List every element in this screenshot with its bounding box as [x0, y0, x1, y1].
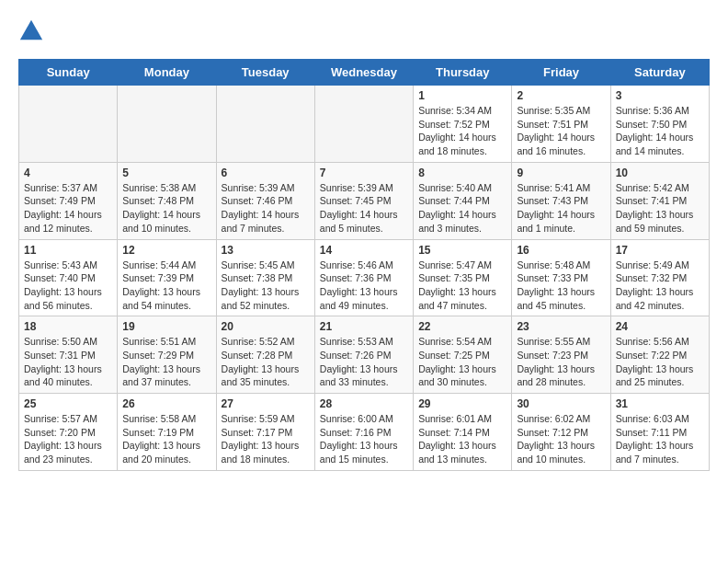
logo: [18, 18, 48, 44]
day-info: Sunrise: 5:40 AM Sunset: 7:44 PM Dayligh…: [418, 181, 506, 236]
day-number: 20: [222, 320, 310, 333]
calendar-cell: 31Sunrise: 6:03 AM Sunset: 7:11 PM Dayli…: [610, 394, 709, 471]
day-info: Sunrise: 5:44 AM Sunset: 7:39 PM Dayligh…: [122, 259, 210, 313]
calendar-cell: 2Sunrise: 5:35 AM Sunset: 7:51 PM Daylig…: [512, 86, 610, 163]
day-number: 19: [122, 320, 210, 333]
calendar-cell: 20Sunrise: 5:52 AM Sunset: 7:28 PM Dayli…: [216, 316, 314, 394]
calendar-cell: 28Sunrise: 6:00 AM Sunset: 7:16 PM Dayli…: [314, 394, 413, 471]
day-info: Sunrise: 5:34 AM Sunset: 7:52 PM Dayligh…: [418, 104, 506, 158]
day-number: 21: [320, 320, 408, 333]
day-info: Sunrise: 5:39 AM Sunset: 7:45 PM Dayligh…: [320, 181, 408, 236]
day-number: 28: [320, 397, 408, 410]
calendar-cell: 22Sunrise: 5:54 AM Sunset: 7:25 PM Dayli…: [414, 316, 512, 394]
week-row-3: 11Sunrise: 5:43 AM Sunset: 7:40 PM Dayli…: [19, 239, 710, 316]
day-info: Sunrise: 5:55 AM Sunset: 7:23 PM Dayligh…: [517, 335, 605, 389]
calendar-cell: [216, 86, 314, 163]
day-number: 17: [616, 244, 704, 257]
day-number: 18: [24, 320, 112, 333]
day-number: 27: [222, 397, 310, 410]
day-number: 9: [517, 167, 605, 179]
logo-icon: [18, 18, 44, 44]
week-row-2: 4Sunrise: 5:37 AM Sunset: 7:49 PM Daylig…: [19, 162, 710, 239]
calendar-cell: 4Sunrise: 5:37 AM Sunset: 7:49 PM Daylig…: [19, 162, 118, 239]
week-row-4: 18Sunrise: 5:50 AM Sunset: 7:31 PM Dayli…: [19, 316, 710, 394]
column-header-friday: Friday: [512, 60, 610, 86]
column-header-thursday: Thursday: [414, 60, 512, 86]
day-info: Sunrise: 6:03 AM Sunset: 7:11 PM Dayligh…: [616, 412, 704, 466]
day-info: Sunrise: 6:01 AM Sunset: 7:14 PM Dayligh…: [418, 412, 506, 466]
day-number: 10: [616, 167, 704, 179]
calendar-cell: 27Sunrise: 5:59 AM Sunset: 7:17 PM Dayli…: [216, 394, 314, 471]
column-header-saturday: Saturday: [610, 60, 709, 86]
day-info: Sunrise: 5:35 AM Sunset: 7:51 PM Dayligh…: [517, 104, 605, 158]
calendar-body: 1Sunrise: 5:34 AM Sunset: 7:52 PM Daylig…: [19, 86, 710, 471]
calendar-cell: 14Sunrise: 5:46 AM Sunset: 7:36 PM Dayli…: [314, 239, 413, 316]
day-number: 13: [222, 244, 310, 257]
day-info: Sunrise: 5:45 AM Sunset: 7:38 PM Dayligh…: [222, 259, 310, 313]
calendar-cell: 16Sunrise: 5:48 AM Sunset: 7:33 PM Dayli…: [512, 239, 610, 316]
calendar-cell: 5Sunrise: 5:38 AM Sunset: 7:48 PM Daylig…: [118, 162, 216, 239]
column-header-tuesday: Tuesday: [216, 60, 314, 86]
day-info: Sunrise: 5:39 AM Sunset: 7:46 PM Dayligh…: [222, 181, 310, 236]
calendar-cell: 6Sunrise: 5:39 AM Sunset: 7:46 PM Daylig…: [216, 162, 314, 239]
calendar-cell: 30Sunrise: 6:02 AM Sunset: 7:12 PM Dayli…: [512, 394, 610, 471]
week-row-5: 25Sunrise: 5:57 AM Sunset: 7:20 PM Dayli…: [19, 394, 710, 471]
day-number: 11: [24, 244, 112, 257]
calendar-table: SundayMondayTuesdayWednesdayThursdayFrid…: [18, 59, 710, 471]
day-number: 12: [122, 244, 210, 257]
day-number: 1: [418, 89, 506, 102]
page-header: [18, 18, 710, 44]
calendar-cell: 29Sunrise: 6:01 AM Sunset: 7:14 PM Dayli…: [414, 394, 512, 471]
calendar-cell: 18Sunrise: 5:50 AM Sunset: 7:31 PM Dayli…: [19, 316, 118, 394]
day-number: 16: [517, 244, 605, 257]
day-info: Sunrise: 5:48 AM Sunset: 7:33 PM Dayligh…: [517, 259, 605, 313]
column-header-wednesday: Wednesday: [314, 60, 413, 86]
calendar-cell: 24Sunrise: 5:56 AM Sunset: 7:22 PM Dayli…: [610, 316, 709, 394]
calendar-cell: 11Sunrise: 5:43 AM Sunset: 7:40 PM Dayli…: [19, 239, 118, 316]
day-info: Sunrise: 6:00 AM Sunset: 7:16 PM Dayligh…: [320, 412, 408, 466]
day-info: Sunrise: 5:41 AM Sunset: 7:43 PM Dayligh…: [517, 181, 605, 236]
column-header-monday: Monday: [118, 60, 216, 86]
day-number: 23: [517, 320, 605, 333]
header-row: SundayMondayTuesdayWednesdayThursdayFrid…: [19, 60, 710, 86]
day-info: Sunrise: 5:58 AM Sunset: 7:19 PM Dayligh…: [122, 412, 210, 466]
day-number: 14: [320, 244, 408, 257]
day-number: 30: [517, 397, 605, 410]
calendar-header: SundayMondayTuesdayWednesdayThursdayFrid…: [19, 60, 710, 86]
day-info: Sunrise: 5:38 AM Sunset: 7:48 PM Dayligh…: [122, 181, 210, 236]
day-info: Sunrise: 6:02 AM Sunset: 7:12 PM Dayligh…: [517, 412, 605, 466]
svg-marker-0: [20, 20, 42, 40]
day-info: Sunrise: 5:53 AM Sunset: 7:26 PM Dayligh…: [320, 335, 408, 389]
calendar-cell: 19Sunrise: 5:51 AM Sunset: 7:29 PM Dayli…: [118, 316, 216, 394]
calendar-cell: 15Sunrise: 5:47 AM Sunset: 7:35 PM Dayli…: [414, 239, 512, 316]
day-number: 22: [418, 320, 506, 333]
day-info: Sunrise: 5:42 AM Sunset: 7:41 PM Dayligh…: [616, 181, 704, 236]
day-number: 7: [320, 167, 408, 179]
day-number: 4: [24, 167, 112, 179]
day-info: Sunrise: 5:56 AM Sunset: 7:22 PM Dayligh…: [616, 335, 704, 389]
calendar-cell: 3Sunrise: 5:36 AM Sunset: 7:50 PM Daylig…: [610, 86, 709, 163]
day-info: Sunrise: 5:37 AM Sunset: 7:49 PM Dayligh…: [24, 181, 112, 236]
day-info: Sunrise: 5:36 AM Sunset: 7:50 PM Dayligh…: [616, 104, 704, 158]
day-info: Sunrise: 5:46 AM Sunset: 7:36 PM Dayligh…: [320, 259, 408, 313]
column-header-sunday: Sunday: [19, 60, 118, 86]
day-number: 6: [222, 167, 310, 179]
day-info: Sunrise: 5:54 AM Sunset: 7:25 PM Dayligh…: [418, 335, 506, 389]
day-number: 25: [24, 397, 112, 410]
calendar-cell: 13Sunrise: 5:45 AM Sunset: 7:38 PM Dayli…: [216, 239, 314, 316]
calendar-cell: 17Sunrise: 5:49 AM Sunset: 7:32 PM Dayli…: [610, 239, 709, 316]
calendar-cell: 21Sunrise: 5:53 AM Sunset: 7:26 PM Dayli…: [314, 316, 413, 394]
day-info: Sunrise: 5:57 AM Sunset: 7:20 PM Dayligh…: [24, 412, 112, 466]
day-info: Sunrise: 5:43 AM Sunset: 7:40 PM Dayligh…: [24, 259, 112, 313]
calendar-cell: [314, 86, 413, 163]
day-number: 8: [418, 167, 506, 179]
day-number: 24: [616, 320, 704, 333]
calendar-cell: [19, 86, 118, 163]
day-number: 31: [616, 397, 704, 410]
calendar-cell: 8Sunrise: 5:40 AM Sunset: 7:44 PM Daylig…: [414, 162, 512, 239]
day-number: 29: [418, 397, 506, 410]
day-info: Sunrise: 5:51 AM Sunset: 7:29 PM Dayligh…: [122, 335, 210, 389]
calendar-cell: 1Sunrise: 5:34 AM Sunset: 7:52 PM Daylig…: [414, 86, 512, 163]
calendar-cell: 12Sunrise: 5:44 AM Sunset: 7:39 PM Dayli…: [118, 239, 216, 316]
calendar-cell: 10Sunrise: 5:42 AM Sunset: 7:41 PM Dayli…: [610, 162, 709, 239]
